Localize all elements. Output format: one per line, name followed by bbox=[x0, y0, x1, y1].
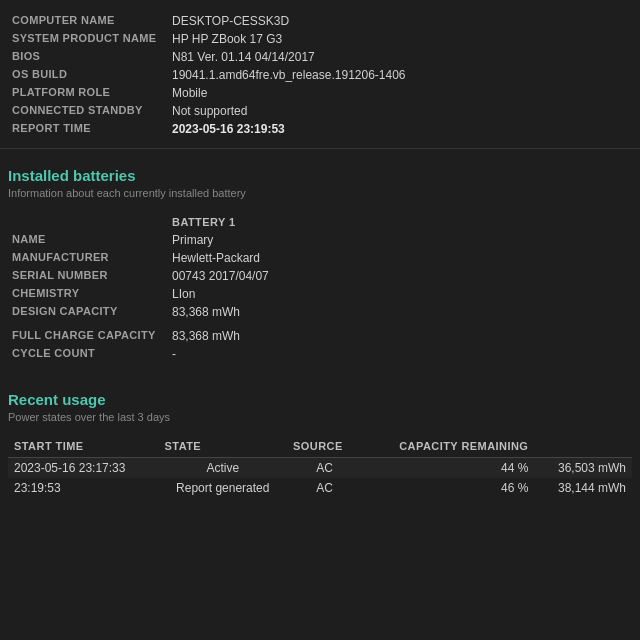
usage-cap-pct: 44 % bbox=[362, 458, 534, 479]
usage-start-time: 23:19:53 bbox=[8, 478, 159, 498]
battery-row: SERIAL NUMBER00743 2017/04/07 bbox=[8, 267, 632, 285]
battery-row: NAMEPrimary bbox=[8, 231, 632, 249]
system-info-row: BIOSN81 Ver. 01.14 04/14/2017 bbox=[8, 48, 632, 66]
system-info-row: SYSTEM PRODUCT NAMEHP HP ZBook 17 G3 bbox=[8, 30, 632, 48]
usage-source: AC bbox=[287, 478, 362, 498]
batteries-subtitle: Information about each currently install… bbox=[8, 187, 632, 199]
battery-field-label: CYCLE COUNT bbox=[8, 345, 168, 363]
system-field-label: CONNECTED STANDBY bbox=[8, 102, 168, 120]
battery-field-value: LIon bbox=[168, 285, 632, 303]
system-info-table: COMPUTER NAMEDESKTOP-CESSK3DSYSTEM PRODU… bbox=[8, 12, 632, 138]
usage-cap-mwh: 38,144 mWh bbox=[534, 478, 632, 498]
usage-col-header: STATE bbox=[159, 437, 288, 458]
system-info-row: OS BUILD19041.1.amd64fre.vb_release.1912… bbox=[8, 66, 632, 84]
system-field-value: DESKTOP-CESSK3D bbox=[168, 12, 632, 30]
battery-field-label: MANUFACTURER bbox=[8, 249, 168, 267]
battery-col-label bbox=[8, 213, 168, 231]
battery-field-value: 83,368 mWh bbox=[168, 327, 632, 345]
recent-usage-section: Recent usage Power states over the last … bbox=[0, 373, 640, 508]
usage-table: START TIMESTATESOURCECAPACITY REMAINING … bbox=[8, 437, 632, 498]
usage-start-time: 2023-05-16 23:17:33 bbox=[8, 458, 159, 479]
battery-field-label: FULL CHARGE CAPACITY bbox=[8, 327, 168, 345]
batteries-title: Installed batteries bbox=[8, 167, 632, 184]
system-info-row: COMPUTER NAMEDESKTOP-CESSK3D bbox=[8, 12, 632, 30]
system-info-row: PLATFORM ROLEMobile bbox=[8, 84, 632, 102]
usage-row: 2023-05-16 23:17:33ActiveAC44 %36,503 mW… bbox=[8, 458, 632, 479]
battery-table: BATTERY 1 NAMEPrimaryMANUFACTURERHewlett… bbox=[8, 213, 632, 363]
batteries-section: Installed batteries Information about ea… bbox=[0, 149, 640, 373]
battery-row: DESIGN CAPACITY83,368 mWh bbox=[8, 303, 632, 321]
system-field-value: Mobile bbox=[168, 84, 632, 102]
usage-col-header: START TIME bbox=[8, 437, 159, 458]
battery-field-label: DESIGN CAPACITY bbox=[8, 303, 168, 321]
system-field-label: PLATFORM ROLE bbox=[8, 84, 168, 102]
battery-field-value: 00743 2017/04/07 bbox=[168, 267, 632, 285]
battery-field-value: Primary bbox=[168, 231, 632, 249]
battery-row: FULL CHARGE CAPACITY83,368 mWh bbox=[8, 327, 632, 345]
system-info-row: REPORT TIME2023-05-16 23:19:53 bbox=[8, 120, 632, 138]
system-field-value: 19041.1.amd64fre.vb_release.191206-1406 bbox=[168, 66, 632, 84]
system-info-row: CONNECTED STANDBYNot supported bbox=[8, 102, 632, 120]
battery-field-label: CHEMISTRY bbox=[8, 285, 168, 303]
usage-state: Active bbox=[159, 458, 288, 479]
system-info-section: COMPUTER NAMEDESKTOP-CESSK3DSYSTEM PRODU… bbox=[0, 0, 640, 149]
usage-cap-pct: 46 % bbox=[362, 478, 534, 498]
battery-col-header: BATTERY 1 bbox=[168, 213, 632, 231]
battery-row: CHEMISTRYLIon bbox=[8, 285, 632, 303]
usage-col-header: SOURCE bbox=[287, 437, 362, 458]
system-field-label: OS BUILD bbox=[8, 66, 168, 84]
system-field-label: SYSTEM PRODUCT NAME bbox=[8, 30, 168, 48]
usage-state: Report generated bbox=[159, 478, 288, 498]
usage-row: 23:19:53Report generatedAC46 %38,144 mWh bbox=[8, 478, 632, 498]
recent-subtitle: Power states over the last 3 days bbox=[8, 411, 632, 423]
system-field-value: 2023-05-16 23:19:53 bbox=[168, 120, 632, 138]
battery-field-value: 83,368 mWh bbox=[168, 303, 632, 321]
battery-field-value: - bbox=[168, 345, 632, 363]
battery-row: CYCLE COUNT- bbox=[8, 345, 632, 363]
usage-col-header: CAPACITY REMAINING bbox=[362, 437, 534, 458]
system-field-value: N81 Ver. 01.14 04/14/2017 bbox=[168, 48, 632, 66]
system-field-label: BIOS bbox=[8, 48, 168, 66]
recent-title: Recent usage bbox=[8, 391, 632, 408]
system-field-value: Not supported bbox=[168, 102, 632, 120]
usage-cap-mwh: 36,503 mWh bbox=[534, 458, 632, 479]
system-field-label: REPORT TIME bbox=[8, 120, 168, 138]
usage-source: AC bbox=[287, 458, 362, 479]
battery-row: MANUFACTURERHewlett-Packard bbox=[8, 249, 632, 267]
battery-field-value: Hewlett-Packard bbox=[168, 249, 632, 267]
usage-col-header-mwh bbox=[534, 437, 632, 458]
battery-field-label: SERIAL NUMBER bbox=[8, 267, 168, 285]
battery-field-label: NAME bbox=[8, 231, 168, 249]
system-field-label: COMPUTER NAME bbox=[8, 12, 168, 30]
system-field-value: HP HP ZBook 17 G3 bbox=[168, 30, 632, 48]
